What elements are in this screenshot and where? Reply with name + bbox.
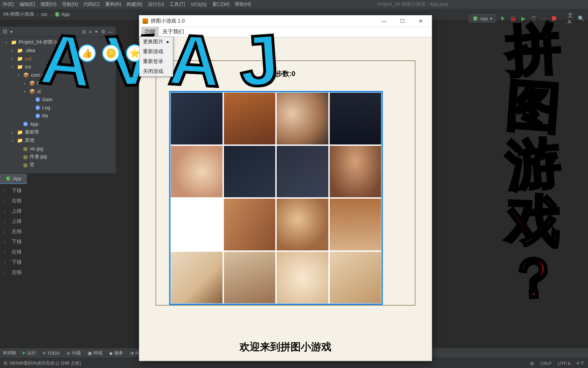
puzzle-tile[interactable]: [329, 145, 382, 198]
menu-code[interactable]: 代码(C): [83, 1, 99, 7]
menu-view[interactable]: 视图(V): [40, 1, 56, 7]
play-icon: [23, 351, 26, 355]
close-button[interactable]: ✕: [413, 16, 428, 26]
chevron-down-icon[interactable]: ▾: [10, 29, 13, 34]
puzzle-tile[interactable]: [276, 251, 329, 304]
run-output-line: ↓下移: [0, 236, 116, 247]
tree-item[interactable]: CRe: [0, 112, 116, 120]
run-output-line: ↓上移: [0, 206, 116, 216]
dropdown-change-image[interactable]: 更换图片▶: [140, 37, 173, 47]
java-class-icon: C: [5, 176, 11, 181]
status-win-icon[interactable]: ⊞: [530, 361, 534, 366]
tab-terminal[interactable]: ▣ 终端: [88, 350, 102, 356]
run-output-panel: ↓下移↓右移↓上移↓上移↓左移↓下移↓右移↓下移↓左移: [0, 184, 116, 293]
tree-item[interactable]: CLog: [0, 104, 116, 112]
menu-vcs[interactable]: VCS(S): [191, 2, 207, 7]
tab-problems[interactable]: ⊘ 问题: [67, 350, 81, 356]
tree-item[interactable]: ▸📁素材库: [0, 128, 116, 136]
welcome-text: 欢迎来到拼图小游戏: [139, 340, 432, 354]
tab-todo[interactable]: ≡ TODO: [43, 351, 60, 356]
puzzle-tile[interactable]: [276, 145, 329, 198]
tree-item[interactable]: ▦作者.jpg: [0, 153, 116, 161]
tree-item[interactable]: ▦vic.jpg: [0, 144, 116, 153]
menu-run[interactable]: 运行(U): [148, 1, 164, 7]
puzzle-tile[interactable]: [170, 145, 223, 198]
window-title: Project_04-拼图小游戏 - App.java: [377, 1, 448, 7]
overlay-red-text: 拼 图 游 戏 ？: [506, 20, 561, 307]
menu-window[interactable]: 窗口(W): [212, 1, 230, 7]
run-output-line: ↓右移: [0, 247, 116, 257]
puzzle-tile[interactable]: [329, 198, 382, 251]
run-config-selector[interactable]: C App ▾: [469, 14, 496, 22]
status-crlf[interactable]: CRLF: [540, 361, 552, 366]
status-indent[interactable]: 4 个: [576, 360, 585, 366]
puzzle-tile-empty[interactable]: [170, 198, 223, 251]
puzzle-tile[interactable]: [170, 251, 223, 304]
file-tab-app[interactable]: C App: [0, 174, 27, 184]
puzzle-tile[interactable]: [276, 92, 329, 145]
run-output-line: ↓下移: [0, 185, 116, 196]
submenu-arrow-icon: ▶: [167, 40, 169, 44]
run-output-line: ↓左移: [0, 267, 116, 277]
ide-menubar: 件(E) 编辑(E) 视图(V) 导航(N) 代码(C) 重构(R) 构建(B)…: [0, 0, 588, 9]
function-dropdown: 更换图片▶ 重新游戏 重新登录 关闭游戏: [139, 36, 173, 77]
puzzle-tile[interactable]: [224, 145, 276, 198]
puzzle-tile[interactable]: [170, 92, 223, 145]
tab-run[interactable]: 运行: [23, 350, 36, 356]
crumb-src[interactable]: src: [41, 12, 48, 17]
badge-row: [78, 44, 144, 62]
tree-item[interactable]: ▦登: [0, 161, 116, 169]
puzzle-grid[interactable]: [169, 91, 383, 305]
puzzle-tile[interactable]: [329, 92, 382, 145]
puzzle-tile[interactable]: [224, 251, 276, 304]
tab-services[interactable]: ◆ 服务: [109, 350, 123, 356]
translate-button[interactable]: 文A: [568, 15, 574, 22]
chevron-down-icon: ▾: [490, 16, 492, 21]
tree-item[interactable]: ▾📁其他: [0, 136, 116, 144]
thumbs-up-icon: [78, 44, 96, 62]
chevron-right-icon: ›: [50, 12, 52, 17]
menu-edit[interactable]: 编辑(E): [19, 1, 35, 7]
java-class-icon: C: [473, 16, 478, 21]
run-output-line: ↓右移: [0, 196, 116, 206]
puzzle-tile[interactable]: [224, 198, 276, 251]
dropdown-restart-game[interactable]: 重新游戏: [140, 47, 173, 57]
menu-tools[interactable]: 工具(T): [169, 1, 185, 7]
menu-navigate[interactable]: 导航(N): [62, 1, 78, 7]
dropdown-close-game[interactable]: 关闭游戏: [140, 66, 173, 76]
maximize-button[interactable]: ☐: [394, 16, 410, 26]
run-output-line: ↓左移: [0, 226, 116, 236]
status-encoding[interactable]: UTF-8: [558, 361, 570, 366]
tab-vcs[interactable]: 本控制: [3, 350, 16, 356]
editor-tabs: C App: [0, 174, 27, 184]
run-output-line: ↓下移: [0, 257, 116, 267]
menu-help[interactable]: 帮助(H): [235, 1, 251, 7]
crumb-app[interactable]: CApp: [54, 12, 70, 17]
menu-refactor[interactable]: 重构(R): [105, 1, 121, 7]
puzzle-tile[interactable]: [329, 251, 382, 304]
crumb-project[interactable]: 04-拼图小游戏: [3, 11, 34, 17]
tree-item[interactable]: CApp: [0, 120, 116, 128]
dropdown-relogin[interactable]: 重新登录: [140, 57, 173, 66]
project-header-title: 目: [3, 29, 7, 35]
java-class-icon: C: [54, 12, 60, 17]
status-message: 在 3秒589毫秒内成功完成 (1 分钟 之前): [3, 360, 81, 366]
search-button[interactable]: 🔍: [578, 15, 585, 22]
coin-icon: [102, 44, 120, 62]
puzzle-tile[interactable]: [276, 198, 329, 251]
minimize-button[interactable]: —: [376, 16, 392, 26]
play-icon: [501, 16, 505, 20]
menu-build[interactable]: 构建(B): [127, 1, 143, 7]
chevron-right-icon: ›: [37, 12, 38, 17]
menu-file[interactable]: 件(E): [3, 1, 14, 7]
run-output-line: ↓上移: [0, 216, 116, 226]
